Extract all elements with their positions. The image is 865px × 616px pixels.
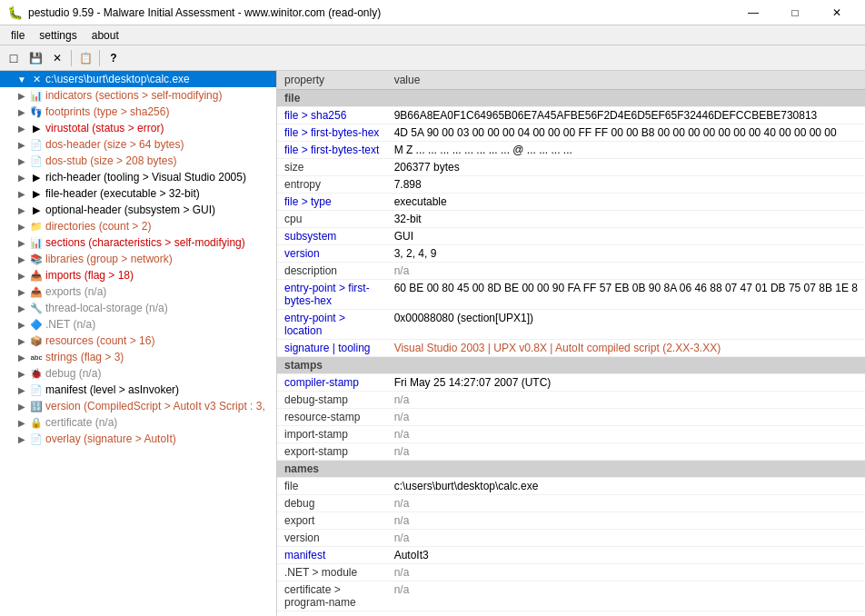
tree-toggle[interactable]: ▶	[15, 238, 29, 248]
menu-about[interactable]: about	[85, 27, 126, 44]
tree-toggle[interactable]: ▶	[15, 369, 29, 379]
property-cell[interactable]: file > type	[277, 194, 387, 211]
tree-item[interactable]: ▶👣footprints (type > sha256)	[0, 104, 276, 120]
property-link[interactable]: version	[284, 247, 320, 260]
tree-item[interactable]: ▶🔢version (CompiledScript > AutoIt v3 Sc…	[0, 398, 276, 414]
minimize-button[interactable]: —	[732, 0, 774, 25]
tree-toggle[interactable]: ▶	[15, 254, 29, 264]
tree-item[interactable]: ▶▶optional-header (subsystem > GUI)	[0, 202, 276, 218]
tree-item[interactable]: ▶📄manifest (level > asInvoker)	[0, 382, 276, 398]
maximize-button[interactable]: □	[774, 0, 816, 25]
property-cell[interactable]: file > sha256	[277, 107, 387, 124]
property-cell[interactable]: file > first-bytes-text	[277, 142, 387, 159]
property-cell: import-stamp	[277, 426, 387, 443]
tree-item[interactable]: ▶📤exports (n/a)	[0, 283, 276, 300]
tree-item[interactable]: ▶▶virustotal (status > error)	[0, 120, 276, 136]
tree-item[interactable]: ▶📚libraries (group > network)	[0, 251, 276, 267]
tree-toggle[interactable]: ▶	[15, 173, 29, 183]
tree-toggle[interactable]: ▶	[15, 336, 29, 346]
tree-item[interactable]: ▶🔒certificate (n/a)	[0, 414, 276, 431]
property-link[interactable]: file > first-bytes-text	[284, 144, 379, 156]
property-cell[interactable]: entry-point > first-bytes-hex	[277, 280, 387, 310]
tree-toggle[interactable]: ▶	[15, 434, 29, 444]
tree-item[interactable]: ▶📊indicators (sections > self-modifying)	[0, 87, 276, 104]
property-link[interactable]: subsystem	[284, 230, 336, 243]
table-row: export-stampn/a	[277, 443, 865, 461]
tree-toggle[interactable]: ▶	[15, 189, 29, 199]
tree-label: rich-header (tooling > Visual Studio 200…	[44, 171, 246, 184]
app-icon: 🐛	[7, 5, 23, 20]
property-link[interactable]: file > sha256	[284, 109, 346, 122]
value-cell: n/a	[387, 581, 865, 611]
tree-toggle[interactable]: ▶	[15, 156, 29, 166]
property-cell[interactable]: entry-point > location	[277, 310, 387, 340]
tree-item[interactable]: ▶📦resources (count > 16)	[0, 333, 276, 349]
table-row: descriptionn/a	[277, 263, 865, 280]
tree-item[interactable]: ▶🐞debug (n/a)	[0, 365, 276, 382]
tree-toggle[interactable]: ▶	[15, 303, 29, 313]
property-link[interactable]: entry-point > location	[284, 312, 345, 337]
tree-root[interactable]: ▼ ✕ c:\users\burt\desktop\calc.exe	[0, 71, 276, 87]
tree-icon: 📊	[29, 90, 44, 102]
right-panel[interactable]: property value filefile > sha2569B66A8EA…	[277, 71, 865, 616]
menu-file[interactable]: file	[4, 27, 32, 44]
tree-toggle[interactable]: ▶	[15, 402, 29, 412]
tree-toggle[interactable]: ▶	[15, 205, 29, 215]
property-link[interactable]: manifest	[284, 549, 325, 561]
tree-item[interactable]: ▶▶rich-header (tooling > Visual Studio 2…	[0, 169, 276, 185]
left-panel[interactable]: ▼ ✕ c:\users\burt\desktop\calc.exe ▶📊ind…	[0, 71, 277, 616]
tree-label: exports (n/a)	[44, 285, 106, 298]
value-cell: n/a	[387, 263, 865, 280]
value-cell: n/a	[387, 512, 865, 530]
tree-item[interactable]: ▶▶file-header (executable > 32-bit)	[0, 185, 276, 202]
value-cell: 9B66A8EA0F1C64965B06E7A45AFBE56F2D4E6D5E…	[387, 107, 865, 124]
menu-settings[interactable]: settings	[32, 27, 84, 44]
tree-item[interactable]: ▶📁directories (count > 2)	[0, 218, 276, 234]
tree-toggle[interactable]: ▶	[15, 418, 29, 428]
property-link[interactable]: file > first-bytes-hex	[284, 126, 379, 139]
value-cell: n/a	[387, 564, 865, 581]
property-cell[interactable]: signature | tooling	[277, 340, 387, 357]
close-button[interactable]: ✕	[816, 0, 858, 25]
tree-item[interactable]: ▶🔷.NET (n/a)	[0, 316, 276, 333]
property-cell[interactable]: file > first-bytes-hex	[277, 124, 387, 142]
tree-toggle-root[interactable]: ▼	[15, 75, 29, 84]
toolbar-new[interactable]: □	[4, 48, 24, 68]
property-link[interactable]: compiler-stamp	[284, 376, 359, 389]
property-cell[interactable]: compiler-stamp	[277, 374, 387, 392]
property-cell[interactable]: version	[277, 245, 387, 263]
tree-toggle[interactable]: ▶	[15, 91, 29, 101]
tree-toggle[interactable]: ▶	[15, 222, 29, 232]
tree-toggle[interactable]: ▶	[15, 124, 29, 134]
tree-item[interactable]: ▶📄overlay (signature > AutoIt)	[0, 431, 276, 447]
property-cell: debug-stamp	[277, 392, 387, 409]
value-cell: 4D 5A 90 00 03 00 00 00 04 00 00 00 FF F…	[387, 124, 865, 142]
property-link[interactable]: entry-point > first-bytes-hex	[284, 282, 370, 307]
tree-item[interactable]: ▶abcstrings (flag > 3)	[0, 349, 276, 365]
property-link[interactable]: signature | tooling	[284, 342, 371, 354]
tree-toggle[interactable]: ▶	[15, 385, 29, 395]
tree-item[interactable]: ▶📄dos-stub (size > 208 bytes)	[0, 153, 276, 169]
tree-label: overlay (signature > AutoIt)	[44, 432, 176, 445]
property-link[interactable]: file > type	[284, 195, 332, 208]
tree-toggle[interactable]: ▶	[15, 320, 29, 330]
table-row: certificate > program-namen/a	[277, 581, 865, 611]
tree-toggle[interactable]: ▶	[15, 107, 29, 117]
toolbar-save[interactable]: 💾	[25, 48, 45, 68]
tree-icon: 📚	[29, 253, 44, 265]
value-cell: 60 BE 00 80 45 00 8D BE 00 00 90 FA FF 5…	[387, 280, 865, 310]
tree-label: imports (flag > 18)	[44, 269, 134, 282]
property-cell[interactable]: subsystem	[277, 228, 387, 245]
toolbar-help[interactable]: ?	[104, 48, 124, 68]
tree-item[interactable]: ▶📄dos-header (size > 64 bytes)	[0, 136, 276, 153]
tree-toggle[interactable]: ▶	[15, 287, 29, 297]
tree-item[interactable]: ▶📊sections (characteristics > self-modif…	[0, 234, 276, 251]
tree-toggle[interactable]: ▶	[15, 140, 29, 150]
toolbar-close[interactable]: ✕	[47, 48, 67, 68]
tree-toggle[interactable]: ▶	[15, 271, 29, 281]
tree-item[interactable]: ▶📥imports (flag > 18)	[0, 267, 276, 283]
tree-item[interactable]: ▶🔧thread-local-storage (n/a)	[0, 300, 276, 316]
tree-toggle[interactable]: ▶	[15, 353, 29, 363]
toolbar-copy[interactable]: 📋	[75, 48, 95, 68]
property-cell[interactable]: manifest	[277, 547, 387, 564]
